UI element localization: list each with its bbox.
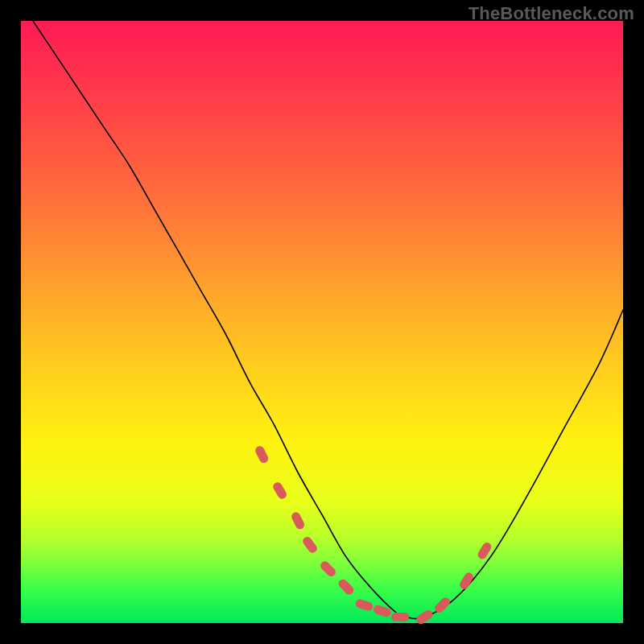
highlight-blob xyxy=(271,481,288,501)
highlight-blob xyxy=(391,613,409,621)
highlight-blob xyxy=(336,577,355,596)
watermark-label: TheBottleneck.com xyxy=(469,3,634,24)
bottleneck-curve xyxy=(33,21,623,619)
curve-svg xyxy=(21,21,623,623)
highlight-blob xyxy=(290,511,306,531)
highlight-blob xyxy=(415,609,434,625)
highlight-blob xyxy=(301,535,319,555)
highlight-blob xyxy=(354,598,374,612)
highlight-blob-group xyxy=(254,444,493,625)
plot-area xyxy=(21,21,623,623)
chart-container: TheBottleneck.com xyxy=(0,0,644,644)
highlight-blob xyxy=(319,559,337,578)
highlight-blob xyxy=(254,444,270,464)
